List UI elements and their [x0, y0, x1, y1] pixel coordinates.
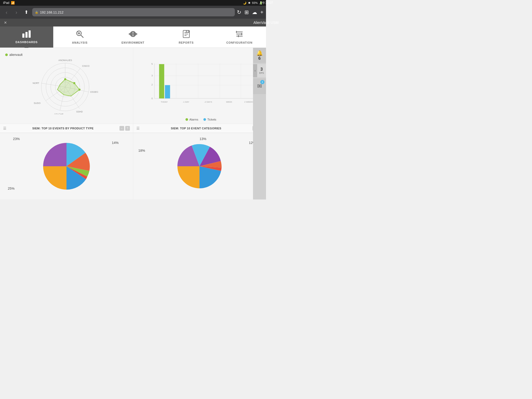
panel-menu-icon-1[interactable]: ☰ — [3, 126, 6, 130]
status-bar: iPad 📶 上午10:07 🌙 ✱ 93% 🔋 — [0, 0, 266, 6]
app-title: AlienVault USM — [253, 21, 266, 25]
side-panel: 🔔 6 ‹ 3 EPS ✉ 3 — [253, 48, 266, 200]
svg-point-37 — [73, 82, 75, 84]
main-content: alienvault — [0, 48, 266, 200]
alerts-count: 6 — [258, 56, 261, 61]
status-time: 上午10:07 — [259, 1, 266, 5]
alerts-widget[interactable]: 🔔 6 — [253, 48, 266, 63]
moon-icon: 🌙 — [243, 1, 247, 5]
pie1-pct-14: 14% — [112, 141, 118, 145]
mail-widget[interactable]: ✉ 3 — [253, 78, 266, 94]
panel-menu-icon-2[interactable]: ☰ — [136, 126, 140, 130]
svg-point-38 — [78, 89, 81, 91]
reader-button[interactable]: ⊞ — [244, 9, 249, 15]
bar-chart-panel: 5 3 2 0 TODAY -1 DAY -2 DAYS WEE — [133, 48, 266, 124]
pie-chart-2-container: 13% 18% 12% — [133, 133, 266, 200]
browser-bar: ‹ › ⬆ 🔒 192.168.11.212 ↻ ⊞ ☁ + — [0, 6, 266, 19]
svg-text:2 WEEKS: 2 WEEKS — [244, 101, 254, 103]
url-bar[interactable]: 🔒 192.168.11.212 — [32, 8, 235, 16]
svg-text:SNORT: SNORT — [33, 82, 39, 84]
close-button[interactable]: ✕ — [4, 21, 7, 25]
configuration-label: CONFIGURATION — [226, 41, 252, 44]
analysis-label: ANALYSIS — [72, 41, 88, 44]
eps-content: 3 EPS — [257, 66, 266, 76]
eps-label: EPS — [259, 72, 264, 74]
svg-rect-2 — [29, 30, 31, 38]
nav-bar: DASHBOARDS ANALYSIS ENVIRONMENT — [0, 26, 266, 48]
legend-label: alienvault — [9, 53, 23, 57]
svg-rect-55 — [159, 64, 164, 98]
pie-chart-1-container: 23% 14% 25% — [0, 133, 133, 200]
svg-marker-35 — [57, 79, 79, 96]
lock-icon: 🔒 — [35, 11, 38, 14]
app-title-bar: ✕ AlienVault USM — [0, 19, 266, 26]
panel-minimize-1[interactable]: − — [119, 126, 124, 131]
svg-text:5: 5 — [151, 62, 153, 65]
svg-point-36 — [64, 78, 66, 80]
battery-level: 93% — [252, 1, 258, 4]
nav-environment[interactable]: ENVIRONMENT — [107, 26, 160, 48]
dashboards-label: DASHBOARDS — [16, 41, 38, 44]
svg-text:SSHD: SSHD — [76, 110, 83, 113]
pie-chart-1-panel: ☰ SIEM: TOP 10 EVENTS BY PRODUCT TYPE − … — [0, 124, 133, 200]
eps-toggle[interactable]: ‹ — [253, 64, 257, 77]
pie2-pct-18: 18% — [138, 149, 145, 152]
device-label: iPad — [3, 1, 9, 5]
panel-header-2: ☰ SIEM: TOP 10 EVENT CATEGORIES − ? — [133, 124, 266, 133]
new-tab-button[interactable]: + — [260, 9, 263, 15]
dashboards-icon — [22, 30, 31, 39]
url-text: 192.168.11.212 — [40, 10, 63, 14]
forward-button[interactable]: › — [12, 9, 20, 15]
pie1-pct-25: 25% — [8, 187, 15, 190]
reload-button[interactable]: ↻ — [237, 9, 241, 15]
alarms-dot — [185, 118, 188, 121]
svg-text:WEEK: WEEK — [226, 101, 232, 103]
reports-label: REPORTS — [179, 41, 194, 44]
svg-text:SUDO: SUDO — [34, 102, 41, 104]
eps-value: 3 — [261, 67, 263, 72]
back-button[interactable]: ‹ — [3, 9, 10, 15]
svg-text:-2 DAYS: -2 DAYS — [204, 101, 212, 103]
svg-rect-1 — [25, 32, 28, 38]
nav-reports[interactable]: REPORTS — [159, 26, 213, 48]
svg-text:2: 2 — [151, 83, 153, 86]
svg-rect-0 — [22, 34, 24, 38]
svg-text:-1 DAY: -1 DAY — [183, 101, 189, 103]
share-button[interactable]: ⬆ — [22, 9, 30, 15]
svg-rect-56 — [165, 85, 170, 98]
svg-text:OSSEC: OSSEC — [90, 91, 98, 93]
bluetooth-icon: ✱ — [248, 1, 250, 5]
panel-title-2: SIEM: TOP 10 EVENT CATEGORIES — [142, 127, 251, 130]
svg-rect-16 — [186, 30, 189, 32]
mail-badge: 3 — [260, 80, 264, 84]
svg-text:3: 3 — [151, 74, 153, 77]
svg-text:ANOMALIES: ANOMALIES — [58, 59, 72, 62]
configuration-icon — [235, 30, 244, 39]
svg-text:APACHE: APACHE — [54, 113, 63, 114]
environment-label: ENVIRONMENT — [122, 41, 145, 44]
cloud-button[interactable]: ☁ — [252, 9, 257, 15]
radar-container: ANOMALIES CISCO OSSEC SSHD APACHE SUDO S… — [33, 57, 100, 114]
legend-dot — [5, 54, 8, 56]
radar-legend: alienvault — [5, 53, 23, 57]
svg-text:CISCO: CISCO — [82, 65, 90, 67]
panel-help-1[interactable]: ? — [125, 126, 130, 131]
svg-text:0: 0 — [151, 97, 153, 99]
pie2-pct-13: 13% — [200, 137, 206, 141]
eps-widget[interactable]: ‹ 3 EPS — [253, 64, 266, 77]
alerts-icon: 🔔 — [256, 50, 263, 56]
nav-dashboards[interactable]: DASHBOARDS — [0, 26, 53, 48]
pie1-pct-23: 23% — [13, 137, 20, 141]
wifi-icon: 📶 — [11, 1, 15, 5]
nav-configuration[interactable]: CONFIGURATION — [213, 26, 266, 48]
alarms-legend: Alarms — [185, 118, 198, 121]
nav-analysis[interactable]: ANALYSIS — [53, 26, 107, 48]
tickets-legend: Tickets — [203, 118, 216, 121]
environment-icon — [129, 30, 137, 39]
svg-text:TODAY: TODAY — [161, 101, 168, 103]
alarms-label: Alarms — [189, 118, 198, 121]
tickets-dot — [203, 118, 206, 121]
reports-icon — [183, 30, 190, 39]
pie-chart-2-panel: ☰ SIEM: TOP 10 EVENT CATEGORIES − ? 13% … — [133, 124, 266, 200]
analysis-icon — [76, 30, 84, 39]
